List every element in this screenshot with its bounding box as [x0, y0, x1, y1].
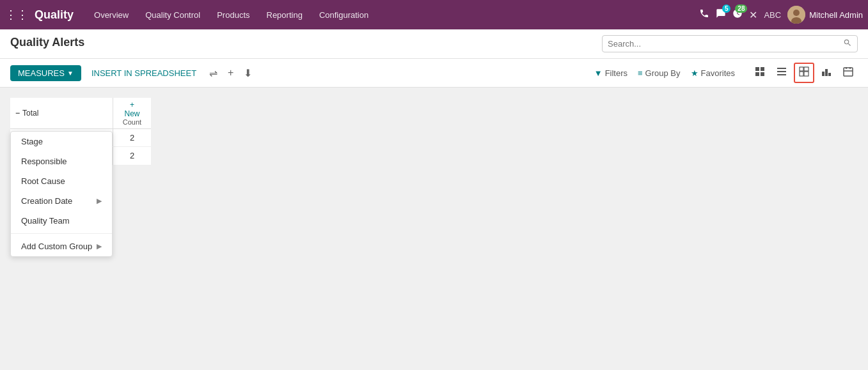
group-by-button[interactable]: ≡ Group By: [638, 68, 681, 78]
svg-point-1: [793, 10, 800, 16]
pivot-new-header: + New Count: [113, 98, 151, 128]
nav-products[interactable]: Products: [209, 6, 257, 24]
minus-total-icon[interactable]: −: [15, 109, 20, 118]
download-icon[interactable]: ⬇: [241, 65, 255, 82]
kanban-view-button[interactable]: [750, 63, 769, 82]
calendar-view-button[interactable]: [839, 63, 858, 82]
new-label[interactable]: New: [124, 109, 139, 118]
svg-rect-6: [761, 72, 764, 76]
svg-rect-5: [755, 72, 759, 76]
adjust-icon[interactable]: ⇌: [207, 65, 220, 82]
chat-badge: 5: [722, 4, 731, 13]
creation-date-chevron: ▶: [97, 197, 102, 205]
toolbar: MEASURES ▼ INSERT IN SPREADSHEET ⇌ + ⬇ ▼…: [0, 59, 868, 88]
phone-icon[interactable]: [699, 8, 709, 21]
main-quality-team-value: 2: [113, 147, 151, 165]
svg-rect-9: [777, 74, 786, 75]
chat-icon[interactable]: 5: [716, 8, 726, 21]
svg-rect-13: [804, 72, 809, 76]
dropdown-item-stage[interactable]: Stage: [11, 132, 112, 151]
insert-spreadsheet-button[interactable]: INSERT IN SPREADSHEET: [86, 65, 201, 81]
plus-new-icon[interactable]: +: [130, 100, 134, 109]
add-custom-chevron: ▶: [97, 242, 102, 251]
dropdown-item-quality-team[interactable]: Quality Team: [11, 211, 112, 231]
svg-rect-14: [822, 72, 825, 76]
topbar: ⋮⋮ Quality Overview Quality Control Prod…: [0, 0, 868, 29]
page-title: Quality Alerts: [10, 33, 84, 54]
nav-overview[interactable]: Overview: [86, 6, 136, 24]
search-icon[interactable]: [843, 38, 852, 49]
main-nav: Overview Quality Control Products Report…: [86, 6, 697, 24]
avatar: [787, 6, 805, 24]
filter-icon: ▼: [594, 68, 603, 78]
svg-rect-17: [844, 68, 853, 76]
dropdown-divider: [11, 233, 112, 234]
filters-button[interactable]: ▼ Filters: [594, 68, 627, 78]
dropdown-item-root-cause[interactable]: Root Cause: [11, 171, 112, 191]
pivot-table: − Total + New Count − Total 2: [10, 98, 151, 166]
svg-rect-10: [800, 67, 803, 71]
list-view-button[interactable]: [772, 63, 791, 82]
app-name: Quality: [35, 8, 74, 22]
grid-icon[interactable]: ⋮⋮: [5, 8, 28, 22]
add-icon[interactable]: +: [225, 65, 236, 81]
nav-configuration[interactable]: Configuration: [312, 6, 376, 24]
group-by-dropdown: Stage Responsible Root Cause Creation Da…: [10, 131, 113, 257]
star-icon: ★: [691, 68, 698, 78]
favorites-button[interactable]: ★ Favorites: [691, 68, 735, 78]
dropdown-item-add-custom-group[interactable]: Add Custom Group ▶: [11, 236, 112, 256]
count-label: Count: [123, 118, 141, 126]
graph-view-button[interactable]: [817, 63, 836, 82]
dropdown-item-responsible[interactable]: Responsible: [11, 151, 112, 171]
main-content: − Total + New Count − Total 2: [0, 88, 868, 343]
clock-badge: 28: [735, 4, 747, 13]
abc-label: ABC: [764, 9, 781, 20]
pivot-view-button[interactable]: [794, 63, 814, 83]
user-name: Mitchell Admin: [809, 10, 863, 20]
svg-rect-12: [800, 72, 803, 76]
search-input[interactable]: [608, 39, 839, 49]
nav-quality-control[interactable]: Quality Control: [138, 6, 208, 24]
total-row-value: 2: [113, 129, 151, 146]
search-bar: [602, 35, 858, 52]
measures-caret: ▼: [67, 70, 74, 77]
close-icon[interactable]: ✕: [749, 9, 757, 21]
group-by-icon: ≡: [638, 68, 643, 78]
clock-icon[interactable]: 28: [732, 8, 743, 21]
pivot-total-header: − Total: [10, 98, 113, 128]
svg-rect-4: [761, 67, 764, 71]
view-buttons: [750, 63, 858, 83]
pivot-header-row: − Total + New Count: [10, 98, 151, 129]
svg-rect-11: [804, 67, 809, 71]
topbar-right: 5 28 ✕ ABC Mitchell Admin: [699, 6, 863, 24]
dropdown-item-creation-date[interactable]: Creation Date ▶: [11, 191, 112, 211]
nav-reporting[interactable]: Reporting: [259, 6, 310, 24]
svg-rect-15: [825, 69, 828, 76]
content-wrapper: Quality Alerts MEASURES ▼ INSERT IN SPRE…: [0, 29, 868, 343]
measures-button[interactable]: MEASURES ▼: [10, 65, 81, 81]
user-menu[interactable]: Mitchell Admin: [787, 6, 863, 24]
svg-rect-8: [777, 71, 786, 72]
svg-rect-7: [777, 68, 786, 69]
filter-group: ▼ Filters ≡ Group By ★ Favorites: [594, 68, 735, 78]
svg-rect-3: [755, 67, 759, 71]
svg-rect-16: [828, 73, 831, 76]
